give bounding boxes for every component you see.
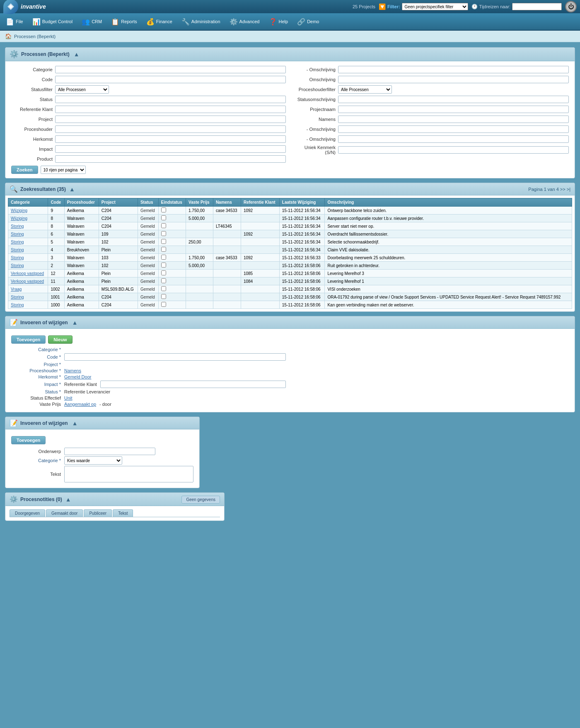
eindstatus-checkbox[interactable] <box>161 270 166 275</box>
cell-categorie-link[interactable]: Storing <box>11 232 24 236</box>
eindstatus-checkbox[interactable] <box>161 263 166 268</box>
cell-eindstatus[interactable] <box>158 230 186 238</box>
cell-categorie[interactable]: Storing <box>8 254 48 262</box>
eindstatus-checkbox[interactable] <box>161 247 166 252</box>
invoer1-unit-link[interactable]: Unit <box>64 395 72 400</box>
cell-categorie-link[interactable]: Storing <box>11 295 24 299</box>
cell-categorie-link[interactable]: Wijziging <box>11 208 27 213</box>
invoer1-ref-klant-input[interactable] <box>100 381 286 388</box>
nav-demo[interactable]: 🔗 Demo <box>293 16 323 27</box>
nav-budget-control[interactable]: 📊 Budget Control <box>28 16 77 27</box>
invoer1-aangemaakt-op-link[interactable]: Aangemaakt op <box>64 402 96 407</box>
cell-categorie-link[interactable]: Verkoop vastgoed <box>11 271 44 276</box>
eindstatus-checkbox[interactable] <box>161 223 166 228</box>
nav-crm[interactable]: 👥 CRM <box>77 16 106 27</box>
invoer2-tekst-input[interactable] <box>64 466 193 482</box>
cell-categorie-link[interactable]: Storing <box>11 240 24 244</box>
eindstatus-checkbox[interactable] <box>161 302 166 307</box>
cell-eindstatus[interactable] <box>158 285 186 293</box>
statusfilter-select[interactable]: Alle Processen <box>55 85 109 94</box>
nav-reports[interactable]: 📋 Reports <box>107 16 141 27</box>
eindstatus-checkbox[interactable] <box>161 255 166 260</box>
projectnaam-input[interactable] <box>338 106 569 113</box>
invoer1-namens-link[interactable]: Namens <box>64 368 81 373</box>
invoer2-toggle[interactable]: ▲ <box>72 420 78 427</box>
cell-categorie[interactable]: Storing <box>8 246 48 254</box>
cell-categorie[interactable]: Verkoop vastgoed <box>8 277 48 285</box>
project-input[interactable] <box>55 116 286 123</box>
cell-eindstatus[interactable] <box>158 262 186 270</box>
proceshouderfilter-select[interactable]: Alle Processen <box>338 85 392 94</box>
cell-categorie[interactable]: Storing <box>8 222 48 230</box>
cell-categorie[interactable]: Verkoop vastgoed <box>8 270 48 277</box>
cell-categorie[interactable]: Wijziging <box>8 207 48 215</box>
nav-help[interactable]: ❓ Help <box>265 16 292 27</box>
cell-categorie-link[interactable]: Storing <box>11 248 24 252</box>
categorie-input[interactable] <box>55 66 286 73</box>
nav-advanced[interactable]: ⚙️ Advanced <box>225 16 264 27</box>
cell-eindstatus[interactable] <box>158 238 186 246</box>
cell-categorie-link[interactable]: Wijziging <box>11 216 27 221</box>
search-panel-toggle[interactable]: ▲ <box>74 51 80 58</box>
status-input[interactable] <box>55 96 286 103</box>
impact-input[interactable] <box>55 145 286 153</box>
product-input[interactable] <box>55 155 286 163</box>
uniek-kenmerk-input[interactable] <box>338 146 569 154</box>
notities-toggle[interactable]: ▲ <box>65 496 71 503</box>
cell-categorie-link[interactable]: Vraag <box>11 287 22 292</box>
herkomst-input[interactable] <box>55 135 286 143</box>
tab-gemaakt-door[interactable]: Gemaakt door <box>46 509 83 517</box>
proceshouder-input[interactable] <box>55 125 286 133</box>
eindstatus-checkbox[interactable] <box>161 207 166 212</box>
invoer1-omschrijving-input[interactable] <box>64 353 286 361</box>
eindstatus-checkbox[interactable] <box>161 278 166 283</box>
invoer2-onderwerp-input[interactable] <box>64 448 155 455</box>
invoer1-nieuw-button[interactable]: Nieuw <box>48 335 72 344</box>
cell-eindstatus[interactable] <box>158 215 186 222</box>
cell-categorie[interactable]: Storing <box>8 262 48 270</box>
cell-eindstatus[interactable] <box>158 207 186 215</box>
cell-categorie[interactable]: Storing <box>8 230 48 238</box>
cell-categorie-link[interactable]: Verkoop vastgoed <box>11 279 44 284</box>
impact-omschrijving-input[interactable] <box>338 135 569 143</box>
invoer1-toevoegen-button[interactable]: Toevoegen <box>11 335 46 344</box>
cell-categorie-link[interactable]: Storing <box>11 303 24 307</box>
eindstatus-checkbox[interactable] <box>161 215 166 220</box>
nav-finance[interactable]: 💰 Finance <box>142 16 176 27</box>
invoer2-toevoegen-button[interactable]: Toevoegen <box>11 436 46 444</box>
zoeken-button[interactable]: Zoeken <box>11 166 38 174</box>
tab-doorgegeven[interactable]: Doorgegeven <box>10 509 45 517</box>
rows-per-page-select[interactable]: 10 rijen per pagina <box>41 166 86 174</box>
cell-categorie-link[interactable]: Storing <box>11 256 24 260</box>
tab-publiceer[interactable]: Publiceer <box>84 509 112 517</box>
cell-eindstatus[interactable] <box>158 222 186 230</box>
nav-administration[interactable]: 🔧 Administration <box>177 16 225 27</box>
invoer1-toggle[interactable]: ▲ <box>72 319 78 326</box>
code-input[interactable] <box>55 76 286 83</box>
eindstatus-checkbox[interactable] <box>161 294 166 299</box>
tab-tekst[interactable]: Tekst <box>113 509 133 517</box>
namens-input[interactable] <box>338 116 569 123</box>
cell-categorie-link[interactable]: Storing <box>11 224 24 229</box>
invoer1-gemeld-door-link[interactable]: Gemeld Door <box>64 374 91 379</box>
cell-categorie[interactable]: Storing <box>8 293 48 301</box>
referentie-klant-input[interactable] <box>55 106 286 113</box>
namens-omschrijving-input[interactable] <box>338 125 569 133</box>
omschrijving1-input[interactable] <box>338 66 569 73</box>
omschrijving2-input[interactable] <box>338 76 569 83</box>
power-button[interactable]: ⏻ <box>565 1 577 12</box>
nav-file[interactable]: 📄 File <box>2 16 27 27</box>
eindstatus-checkbox[interactable] <box>161 231 166 236</box>
cell-eindstatus[interactable] <box>158 270 186 277</box>
cell-categorie[interactable]: Storing <box>8 301 48 309</box>
eindstatus-checkbox[interactable] <box>161 239 166 244</box>
invoer2-categorie-select[interactable]: Kies waarde <box>64 456 122 465</box>
cell-categorie[interactable]: Storing <box>8 238 48 246</box>
cell-categorie[interactable]: Wijziging <box>8 215 48 222</box>
cell-categorie[interactable]: Vraag <box>8 285 48 293</box>
filter-select[interactable]: Geen projectspecifiek filter <box>402 3 468 10</box>
cell-eindstatus[interactable] <box>158 301 186 309</box>
statusomschrijving-input[interactable] <box>338 96 569 103</box>
cell-categorie-link[interactable]: Storing <box>11 263 24 268</box>
tijdreizen-input[interactable] <box>512 3 562 10</box>
